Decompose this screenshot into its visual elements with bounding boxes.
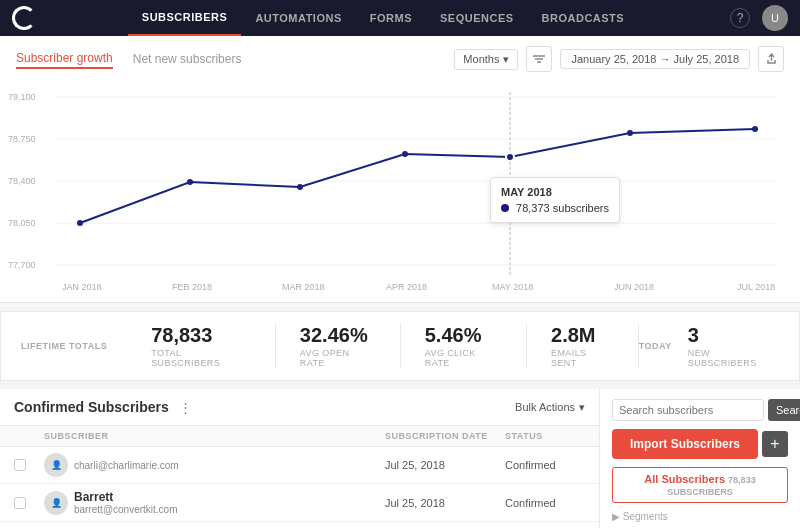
search-button[interactable]: Search: [768, 399, 800, 421]
total-subscribers-stat: 78,833 TOTAL SUBSCRIBERS: [127, 324, 276, 368]
svg-text:MAY 2018: MAY 2018: [492, 282, 533, 292]
avg-open-rate-stat: 32.46% AVG OPEN RATE: [276, 324, 401, 368]
svg-point-20: [627, 130, 633, 136]
stats-bar: LIFETIME TOTALS 78,833 TOTAL SUBSCRIBERS…: [0, 311, 800, 381]
table-row[interactable]: 👤 pat@llamallama.com Jul 25, 2018 Confir…: [0, 522, 599, 528]
subscribers-panel: Confirmed Subscribers ⋮ Bulk Actions ▾ S…: [0, 389, 600, 528]
table-header: SUBSCRIBER SUBSCRIPTION DATE STATUS: [0, 426, 599, 447]
new-subscribers-value: 3: [688, 324, 699, 346]
svg-text:APR 2018: APR 2018: [386, 282, 427, 292]
avg-click-rate-value: 5.46%: [425, 324, 482, 346]
avatar: 👤: [44, 491, 68, 515]
nav-link-automations[interactable]: AUTOMATIONS: [241, 0, 355, 36]
svg-text:78,050: 78,050: [8, 218, 36, 228]
nav-link-subscribers[interactable]: SUBSCRIBERS: [128, 0, 242, 36]
export-button[interactable]: [758, 46, 784, 72]
col-status: STATUS: [505, 431, 585, 441]
svg-text:77,700: 77,700: [8, 260, 36, 270]
emails-sent-label: EMAILS SENT: [551, 348, 614, 368]
period-button[interactable]: Months ▾: [454, 49, 518, 70]
chart-controls: Months ▾ January 25, 2018 → July 25, 201…: [454, 46, 784, 72]
svg-text:79,100: 79,100: [8, 92, 36, 102]
date-range-picker[interactable]: January 25, 2018 → July 25, 2018: [560, 49, 750, 69]
svg-point-15: [77, 220, 83, 226]
new-subscribers-stat: 3 NEW SUBSCRIBERS: [688, 324, 779, 368]
svg-text:FEB 2018: FEB 2018: [172, 282, 212, 292]
subscription-date: Jul 25, 2018: [385, 497, 505, 509]
svg-point-19: [506, 153, 514, 161]
subscriber-status: Confirmed: [505, 459, 585, 471]
svg-point-16: [187, 179, 193, 185]
help-button[interactable]: ?: [730, 8, 750, 28]
svg-point-18: [402, 151, 408, 157]
table-row[interactable]: 👤 Barrett barrett@convertkit.com Jul 25,…: [0, 484, 599, 522]
new-subscribers-label: NEW SUBSCRIBERS: [688, 348, 779, 368]
emails-sent-stat: 2.8M EMAILS SENT: [527, 324, 639, 368]
chart-header: Subscriber growth Net new subscribers Mo…: [0, 36, 800, 82]
tab-net-new-subscribers[interactable]: Net new subscribers: [133, 50, 242, 68]
subscribers-header: Confirmed Subscribers ⋮ Bulk Actions ▾: [0, 389, 599, 426]
subscriber-name: Barrett: [74, 490, 178, 504]
svg-point-17: [297, 184, 303, 190]
lifetime-totals-label: LIFETIME TOTALS: [21, 341, 107, 351]
line-chart: 79,100 78,750 78,400 78,050 77,700: [0, 82, 800, 302]
segments-label[interactable]: ▶ Segments: [612, 511, 788, 522]
bulk-actions-dropdown[interactable]: Bulk Actions ▾: [515, 401, 585, 414]
bottom-section: Confirmed Subscribers ⋮ Bulk Actions ▾ S…: [0, 389, 800, 528]
svg-text:JUL 2018: JUL 2018: [737, 282, 775, 292]
nav-link-broadcasts[interactable]: BROADCASTS: [528, 0, 639, 36]
svg-text:JAN 2018: JAN 2018: [62, 282, 102, 292]
search-row: Search: [612, 399, 788, 421]
top-nav: SUBSCRIBERS AUTOMATIONS FORMS SEQUENCES …: [0, 0, 800, 36]
total-subscribers-label: TOTAL SUBSCRIBERS: [151, 348, 251, 368]
filter-button[interactable]: [526, 46, 552, 72]
avatar: 👤: [44, 453, 68, 477]
col-checkbox: [14, 431, 44, 441]
subscription-date: Jul 25, 2018: [385, 459, 505, 471]
right-panel: Search Import Subscribers + All Subscrib…: [600, 389, 800, 528]
svg-text:MAR 2018: MAR 2018: [282, 282, 325, 292]
subscriber-status: Confirmed: [505, 497, 585, 509]
total-subscribers-value: 78,833: [151, 324, 212, 346]
col-subscription-date: SUBSCRIPTION DATE: [385, 431, 505, 441]
subscriber-email: barrett@convertkit.com: [74, 504, 178, 515]
svg-point-21: [752, 126, 758, 132]
svg-text:78,750: 78,750: [8, 134, 36, 144]
nav-link-sequences[interactable]: SEQUENCES: [426, 0, 528, 36]
avg-open-rate-label: AVG OPEN RATE: [300, 348, 376, 368]
search-input[interactable]: [612, 399, 764, 421]
today-label: TODAY: [639, 341, 672, 351]
subscribers-actions-icon[interactable]: ⋮: [179, 400, 192, 415]
import-subscribers-button[interactable]: Import Subscribers: [612, 429, 758, 459]
all-subscribers-button[interactable]: All Subscribers 78,833 SUBSCRIBERS: [612, 467, 788, 503]
emails-sent-value: 2.8M: [551, 324, 595, 346]
tab-subscriber-growth[interactable]: Subscriber growth: [16, 49, 113, 69]
row-checkbox[interactable]: [14, 459, 26, 471]
avg-click-rate-stat: 5.46% AVG CLICK RATE: [401, 324, 527, 368]
col-subscriber: SUBSCRIBER: [44, 431, 385, 441]
table-row[interactable]: 👤 charli@charlimarie.com Jul 25, 2018 Co…: [0, 447, 599, 484]
add-button[interactable]: +: [762, 431, 788, 457]
confirmed-subscribers-title: Confirmed Subscribers: [14, 399, 169, 415]
chart-section: Subscriber growth Net new subscribers Mo…: [0, 36, 800, 303]
svg-text:JUN 2018: JUN 2018: [614, 282, 654, 292]
import-row: Import Subscribers +: [612, 429, 788, 459]
user-avatar[interactable]: U: [762, 5, 788, 31]
nav-link-forms[interactable]: FORMS: [356, 0, 426, 36]
nav-links: SUBSCRIBERS AUTOMATIONS FORMS SEQUENCES …: [56, 0, 710, 36]
avg-open-rate-value: 32.46%: [300, 324, 368, 346]
nav-right: ? U: [730, 5, 788, 31]
row-checkbox[interactable]: [14, 497, 26, 509]
svg-text:78,400: 78,400: [8, 176, 36, 186]
logo-icon[interactable]: [12, 6, 36, 30]
subscriber-email: charli@charlimarie.com: [74, 460, 179, 471]
avg-click-rate-label: AVG CLICK RATE: [425, 348, 502, 368]
